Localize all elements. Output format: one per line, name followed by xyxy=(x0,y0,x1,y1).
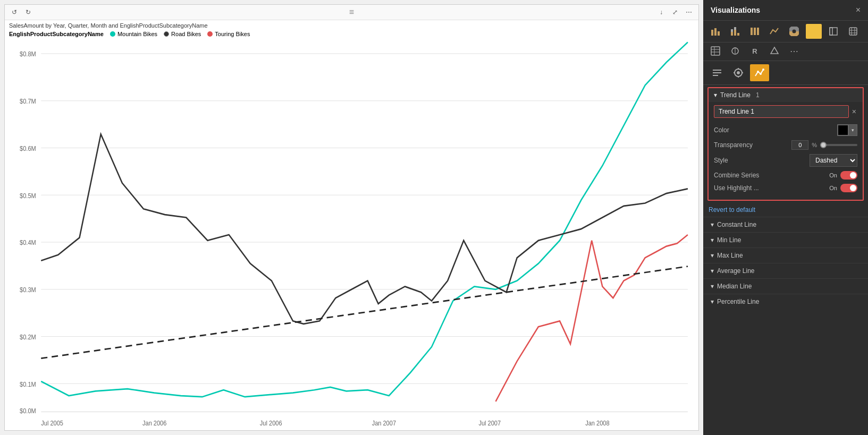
constant-line-chevron: ▾ xyxy=(711,221,714,228)
svg-text:$0.5M: $0.5M xyxy=(20,192,36,199)
transparency-input[interactable] xyxy=(791,140,808,150)
svg-text:Jan 2008: Jan 2008 xyxy=(585,420,609,427)
use-highlight-switch[interactable] xyxy=(840,184,857,192)
panel-close-button[interactable]: × xyxy=(856,5,861,15)
viz-python-icon[interactable] xyxy=(766,44,782,58)
viz-more-icon[interactable]: ⋯ xyxy=(786,44,802,58)
max-line-chevron: ▾ xyxy=(711,252,714,259)
drag-handle: ≡ xyxy=(349,7,354,17)
svg-rect-27 xyxy=(714,28,717,36)
toolbar-right: ↓ ⤢ ⋯ xyxy=(656,7,694,18)
revert-to-default-link[interactable]: Revert to default xyxy=(703,203,868,217)
min-line-chevron: ▾ xyxy=(711,236,714,244)
trend-section-header[interactable]: ▾ Trend Line 1 xyxy=(709,88,863,102)
viz-table-icon[interactable] xyxy=(707,44,723,58)
svg-point-59 xyxy=(760,73,762,75)
median-line-section[interactable]: ▾ Median Line xyxy=(703,278,868,294)
chart-toolbar: ↺ ↻ ≡ ↓ ⤢ ⋯ xyxy=(5,5,698,20)
viz-stacked-bar-icon[interactable] xyxy=(727,24,743,39)
max-line-section[interactable]: ▾ Max Line xyxy=(703,248,868,263)
viz-area-icon[interactable] xyxy=(806,24,822,39)
svg-rect-40 xyxy=(830,28,837,35)
combine-series-row: Combine Series On xyxy=(714,169,857,182)
svg-point-60 xyxy=(762,69,764,71)
trend-name-row: × xyxy=(714,105,857,118)
min-line-label: Min Line xyxy=(717,236,741,244)
min-line-section[interactable]: ▾ Min Line xyxy=(703,232,868,248)
panel-header: Visualizations × xyxy=(703,0,868,21)
svg-rect-36 xyxy=(757,28,759,35)
redo-icon[interactable]: ↻ xyxy=(23,7,33,18)
svg-text:$0.8M: $0.8M xyxy=(20,51,36,57)
undo-icon[interactable]: ↺ xyxy=(9,7,20,18)
viz-panel: Visualizations × xyxy=(703,0,868,435)
viz-100bar-icon[interactable] xyxy=(747,24,763,39)
trend-name-clear-button[interactable]: × xyxy=(851,106,857,117)
legend-label-mountain: Mountain Bikes xyxy=(117,31,157,37)
chart-title: SalesAmount by Year, Quarter, Month and … xyxy=(5,20,698,30)
transparency-slider[interactable] xyxy=(820,144,857,146)
viz-line-icon[interactable] xyxy=(766,24,782,39)
chart-area: ↺ ↻ ≡ ↓ ⤢ ⋯ SalesAmount by Year, Quarter… xyxy=(4,4,699,431)
tab-format[interactable] xyxy=(729,64,748,81)
legend-label-road: Road Bikes xyxy=(171,31,201,37)
viz-r-icon[interactable]: R xyxy=(747,44,763,58)
more-icon[interactable]: ⋯ xyxy=(684,7,694,18)
trend-count: 1 xyxy=(756,91,760,99)
viz-pie-icon[interactable] xyxy=(786,24,802,39)
use-highlight-toggle[interactable]: On xyxy=(829,184,857,192)
viz-icons-row1 xyxy=(703,21,868,42)
trend-line-section: ▾ Trend Line 1 × Color ▾ xyxy=(707,87,864,201)
svg-rect-26 xyxy=(711,30,713,36)
svg-rect-35 xyxy=(754,28,756,35)
average-line-chevron: ▾ xyxy=(711,267,714,275)
percentile-line-section[interactable]: ▾ Percentile Line xyxy=(703,294,868,309)
svg-text:$0.7M: $0.7M xyxy=(20,98,36,105)
svg-text:$0.0M: $0.0M xyxy=(20,407,36,414)
svg-rect-32 xyxy=(734,27,736,30)
viz-matrix-icon[interactable] xyxy=(727,44,743,58)
svg-text:$0.1M: $0.1M xyxy=(20,381,36,387)
viz-scatter-icon[interactable] xyxy=(825,24,841,39)
style-select[interactable]: Solid Dashed Dotted xyxy=(810,154,857,167)
percentile-line-chevron: ▾ xyxy=(711,298,714,305)
constant-line-label: Constant Line xyxy=(717,221,756,228)
svg-text:$0.6M: $0.6M xyxy=(20,146,36,152)
legend-dot-touring xyxy=(207,31,213,37)
legend-item-mountain: Mountain Bikes xyxy=(110,31,157,37)
combine-series-label: Combine Series xyxy=(714,172,759,179)
viz-bar-icon[interactable] xyxy=(707,24,723,39)
color-row: Color ▾ xyxy=(714,122,857,138)
combine-series-knob xyxy=(850,172,856,178)
chart-legend: EnglishProductSubcategoryName Mountain B… xyxy=(5,30,698,39)
transparency-controls: % xyxy=(791,140,857,150)
average-line-section[interactable]: ▾ Average Line xyxy=(703,263,868,278)
pct-label: % xyxy=(812,142,817,148)
expand-icon[interactable]: ⤢ xyxy=(670,7,680,18)
legend-item-road: Road Bikes xyxy=(164,31,201,37)
combine-series-toggle[interactable]: On xyxy=(829,171,857,180)
svg-point-58 xyxy=(757,71,759,73)
style-label: Style xyxy=(714,157,728,164)
tab-analytics[interactable] xyxy=(750,64,769,81)
svg-marker-48 xyxy=(771,47,778,54)
color-chevron[interactable]: ▾ xyxy=(848,125,857,135)
trend-name-input[interactable] xyxy=(714,105,849,118)
download-icon[interactable]: ↓ xyxy=(656,7,667,18)
svg-rect-29 xyxy=(731,32,733,36)
constant-line-section[interactable]: ▾ Constant Line xyxy=(703,217,868,232)
color-swatch xyxy=(838,125,848,135)
viz-map-icon[interactable] xyxy=(845,24,861,39)
svg-rect-30 xyxy=(731,29,733,32)
color-picker-button[interactable]: ▾ xyxy=(837,124,857,136)
tab-fields[interactable] xyxy=(707,64,727,81)
panel-title: Visualizations xyxy=(711,6,760,14)
svg-rect-34 xyxy=(751,28,753,35)
combine-series-switch[interactable] xyxy=(840,171,857,180)
svg-point-53 xyxy=(737,71,740,74)
median-line-chevron: ▾ xyxy=(711,283,714,290)
legend-label-touring: Touring Bikes xyxy=(215,31,250,37)
svg-text:Jul 2006: Jul 2006 xyxy=(260,420,282,427)
svg-rect-50 xyxy=(713,72,721,73)
svg-text:Jul 2007: Jul 2007 xyxy=(478,420,501,427)
